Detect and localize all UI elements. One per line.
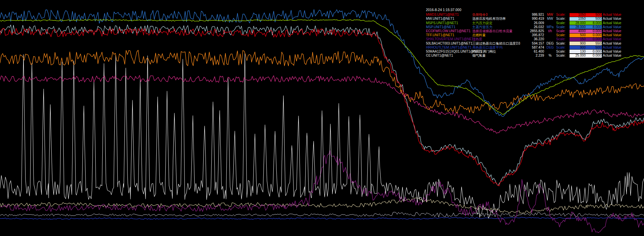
scale-band[interactable]: 25.0000.000 bbox=[570, 54, 602, 58]
actual-value-label: Actual Value bbox=[603, 29, 621, 33]
signal-description: 过热度 bbox=[472, 37, 523, 41]
legend-row[interactable]: MSPS.UNIT1@NET1主汽压力设定26.009Scale:28.0008… bbox=[426, 21, 621, 25]
actual-value-label: Actual Value bbox=[603, 37, 621, 41]
scale-label: Scale: bbox=[556, 37, 570, 41]
trend-curve-50maa12fg151xq01 bbox=[0, 54, 644, 218]
scale-low: 550 bbox=[590, 42, 602, 46]
legend-row[interactable]: O2.UNIT1@NET1烟气氧量2.239%Scale:25.0000.000… bbox=[426, 54, 621, 58]
scale-high: 28.000 bbox=[570, 25, 590, 29]
signal-tag: HRHOUTLTEM.UNIT1@NET1 bbox=[426, 46, 472, 50]
signal-tag: MW.UNIT1@NET1 bbox=[426, 17, 472, 21]
legend-row[interactable]: TFF.UNIT1@NET1总燃料量395.872Scale:5000.000A… bbox=[426, 33, 621, 37]
signal-value: 395.872 bbox=[523, 33, 544, 37]
signal-description: 选择后省煤器出口给水流量 bbox=[472, 29, 523, 33]
signal-unit: % bbox=[544, 54, 556, 58]
signal-description: 总燃料量 bbox=[472, 33, 523, 37]
signal-tag: 50LBA14CT003.UNIT1@NET1 bbox=[426, 42, 472, 46]
signal-description: 再热器出口温度平均 bbox=[472, 46, 523, 50]
signal-value: 2855.825 bbox=[523, 29, 544, 33]
trend-curve-tff bbox=[0, 50, 644, 113]
scale-high: 4000 bbox=[570, 29, 590, 33]
scale-band[interactable]: 28.0008.000 bbox=[570, 25, 602, 29]
scale-low: 8.000 bbox=[590, 25, 602, 29]
trend-curve-o2 bbox=[0, 212, 644, 217]
signal-value: 986.921 bbox=[523, 13, 544, 17]
signal-value: 26.032 bbox=[523, 25, 544, 29]
scale-high: 28.000 bbox=[570, 21, 590, 25]
scale-band[interactable]: 5000.000 bbox=[570, 34, 602, 37]
scale-low: 8.000 bbox=[590, 21, 602, 25]
actual-value-label: Actual Value bbox=[603, 13, 621, 17]
scale-label: Scale: bbox=[556, 17, 570, 21]
signal-value: 594.157 bbox=[523, 42, 544, 46]
scale-label: Scale: bbox=[556, 13, 570, 17]
scale-high: 500 bbox=[570, 33, 590, 37]
actual-value-label: Actual Value bbox=[603, 21, 621, 25]
scale-label: Scale: bbox=[556, 33, 570, 37]
legend-row[interactable]: 50LBA14CT003.UNIT1@NET1三级过热器出口集箱出口温度D359… bbox=[426, 42, 621, 46]
scale-high: 1050 bbox=[570, 13, 590, 17]
scale-band[interactable]: 1050500 bbox=[570, 13, 602, 17]
signal-description: #1高压调门阀位 bbox=[472, 50, 523, 54]
legend-row[interactable]: SHXLTOVERTEM.UNIT1@NET1过热度36.220Scale:15… bbox=[426, 37, 621, 41]
signal-tag: 50MAA12FG151XQ01.UNIT1@NET1 bbox=[426, 50, 472, 54]
signal-tag: ECOFWFLOW.UNIT1@NET1 bbox=[426, 29, 472, 33]
signal-tag: SHXLTOVERTEM.UNIT1@NET1 bbox=[426, 37, 472, 41]
legend-row[interactable]: HRHOUTLTEM.UNIT1@NET1再热器出口温度平均587.474DEG… bbox=[426, 46, 621, 50]
scale-band[interactable]: 1300.000 bbox=[570, 50, 602, 53]
scale-low: 500 bbox=[590, 46, 602, 50]
scale-label: Scale: bbox=[556, 42, 570, 46]
scale-low: 0.000 bbox=[590, 33, 602, 37]
legend-row[interactable]: MWD3.UNIT1@NET1负荷指令3986.921MWScale:10505… bbox=[426, 13, 621, 17]
scale-high: 25.000 bbox=[570, 54, 590, 58]
signal-value: 61.400 bbox=[523, 50, 544, 54]
signal-description: 选择后发电机有功功率 bbox=[472, 17, 523, 21]
signal-value: 36.220 bbox=[523, 37, 544, 41]
scale-low: 0.000 bbox=[590, 54, 602, 58]
cursor-timestamp: 2016-8-24 1:15:37.000 bbox=[426, 8, 621, 12]
signal-value: 587.474 bbox=[523, 46, 544, 50]
signal-tag: O2.UNIT1@NET1 bbox=[426, 54, 472, 58]
trend-curve-shxltovertem bbox=[0, 151, 644, 233]
legend-row[interactable]: ECOFWFLOW.UNIT1@NET1选择后省煤器出口给水流量2855.825… bbox=[426, 29, 621, 33]
trend-curve-hrhoutltem bbox=[0, 217, 644, 220]
actual-value-label: Actual Value bbox=[603, 33, 621, 37]
signal-unit: MPa bbox=[544, 25, 556, 29]
legend-row[interactable]: 50MAA12FG151XQ01.UNIT1@NET1#1高压调门阀位61.40… bbox=[426, 50, 621, 54]
scale-label: Scale: bbox=[556, 46, 570, 50]
actual-value-label: Actual Value bbox=[603, 17, 621, 21]
signal-value: 990.419 bbox=[523, 17, 544, 21]
signal-unit: MW bbox=[544, 13, 556, 17]
legend-rows: MWD3.UNIT1@NET1负荷指令3986.921MWScale:10505… bbox=[426, 13, 621, 58]
scale-high: 900 bbox=[570, 42, 590, 46]
signal-description: 负荷指令3 bbox=[472, 13, 523, 17]
scale-low: 0.000 bbox=[590, 29, 602, 33]
dcs-trend-screen: 2016-8-24 1:15:37.000 MWD3.UNIT1@NET1负荷指… bbox=[0, 0, 644, 236]
actual-value-label: Actual Value bbox=[603, 42, 621, 46]
scale-band[interactable]: 900550 bbox=[570, 42, 602, 45]
scale-band[interactable]: 1500.000 bbox=[570, 38, 602, 41]
legend-panel: 2016-8-24 1:15:37.000 MWD3.UNIT1@NET1负荷指… bbox=[426, 8, 621, 58]
signal-description: 三级过热器出口集箱出口温度D3 bbox=[472, 42, 523, 46]
scale-low: 0.000 bbox=[590, 50, 602, 54]
scale-band[interactable]: 900500 bbox=[570, 46, 602, 49]
actual-value-label: Actual Value bbox=[603, 50, 621, 54]
legend-row[interactable]: MSP.UNIT1@NET1主蒸汽管压力26.032MPaScale:28.00… bbox=[426, 25, 621, 29]
signal-tag: MSPS.UNIT1@NET1 bbox=[426, 21, 472, 25]
scale-band[interactable]: 1050500 bbox=[570, 17, 602, 21]
signal-unit: DEG bbox=[544, 46, 556, 50]
legend-row[interactable]: MW.UNIT1@NET1选择后发电机有功功率990.419MWScale:10… bbox=[426, 17, 621, 21]
actual-value-label: Actual Value bbox=[603, 54, 621, 58]
scale-label: Scale: bbox=[556, 54, 570, 58]
scale-band[interactable]: 40000.000 bbox=[570, 30, 602, 33]
signal-tag: MWD3.UNIT1@NET1 bbox=[426, 13, 472, 17]
scale-label: Scale: bbox=[556, 50, 570, 54]
scale-label: Scale: bbox=[556, 25, 570, 29]
scale-low: 500 bbox=[590, 13, 602, 17]
scale-high: 900 bbox=[570, 46, 590, 50]
signal-description: 烟气氧量 bbox=[472, 54, 523, 58]
scale-low: 500 bbox=[590, 17, 602, 21]
scale-band[interactable]: 28.0008.000 bbox=[570, 21, 602, 25]
signal-unit: DEG bbox=[544, 42, 556, 46]
signal-unit: t/h bbox=[544, 29, 556, 33]
